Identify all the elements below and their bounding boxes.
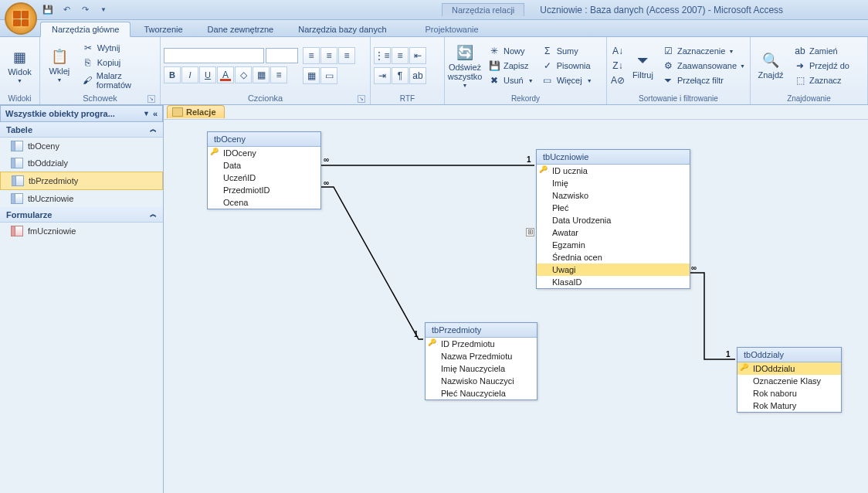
alt-row-button[interactable]: ≡ (270, 66, 287, 83)
bold-button[interactable]: B (164, 66, 181, 83)
gridlines-button[interactable]: ▦ (253, 66, 270, 83)
field-id-ucznia[interactable]: ID ucznia (537, 165, 690, 177)
relationships-canvas[interactable]: ∞ 1 ∞ 1 ∞ 1 tbOcenyIDOcenyDataUczeńIDPrz… (164, 119, 868, 493)
gridlines2-button[interactable]: ▦ (303, 67, 320, 84)
save-record-button[interactable]: 💾Zapisz (487, 59, 535, 73)
nav-section-tables[interactable]: Tabele︽ (0, 122, 163, 138)
tab-external-data[interactable]: Dane zewnętrzne (196, 22, 286, 36)
field-id-przedmiotu[interactable]: ID Przedmiotu (426, 338, 537, 350)
copy-button[interactable]: ⎘Kopiuj (80, 56, 157, 70)
spelling-button[interactable]: ✓Pisownia (540, 59, 594, 73)
table-tbprzedmioty[interactable]: tbPrzedmiotyID PrzedmiotuNazwa Przedmiot… (425, 322, 537, 400)
brush-icon: 🖌 (82, 74, 93, 87)
undo-icon[interactable]: ↶ (60, 4, 73, 16)
sort-asc-button[interactable]: A↓ (610, 44, 626, 58)
goto-icon: ➜ (794, 60, 806, 72)
underline-button[interactable]: U (199, 66, 216, 83)
nav-item-tbuczniowie[interactable]: tbUczniowie (0, 190, 163, 207)
align-center-button[interactable]: ≡ (320, 47, 337, 64)
field-rok-matury[interactable]: Rok Matury (737, 400, 841, 412)
goto-button[interactable]: ➜Przejdź do (792, 59, 851, 73)
field-data[interactable]: Data (208, 159, 320, 172)
field-uczeńid[interactable]: UczeńID (208, 172, 320, 184)
field-imię[interactable]: Imię (537, 177, 690, 189)
more-button[interactable]: ▭Więcej▼ (540, 73, 594, 87)
sort-desc-button[interactable]: Z↓ (610, 59, 626, 73)
ltr-button[interactable]: ¶ (392, 67, 409, 84)
save-icon[interactable]: 💾 (42, 4, 54, 16)
field-awatar[interactable]: Awatar (537, 226, 690, 239)
tab-create[interactable]: Tworzenie (132, 22, 194, 36)
collapse-pane-icon[interactable]: « (153, 109, 158, 118)
nav-pane-header[interactable]: Wszystkie obiekty progra... ▼« (0, 105, 163, 122)
find-button[interactable]: 🔍Znajdź (754, 50, 788, 81)
ribbon: ▦Widok▼ Widoki 📋Wklej▼ ✂Wytnij ⎘Kopiuj 🖌… (0, 37, 868, 105)
field-data-urodzenia[interactable]: Data Urodzenia (537, 214, 690, 226)
redo-icon[interactable]: ↷ (79, 4, 91, 16)
document-tab-relacje[interactable]: Relacje (167, 105, 225, 118)
format-painter-button[interactable]: 🖌Malarz formatów (80, 70, 157, 90)
field-klasaid[interactable]: KlasaID (537, 276, 690, 288)
chevron-down-icon[interactable]: ▼ (143, 110, 150, 117)
select-button[interactable]: ⬚Zaznacz (792, 73, 851, 87)
font-launcher-icon[interactable]: ↘ (358, 95, 365, 103)
replace-button[interactable]: abZamień (792, 44, 851, 58)
filter-button[interactable]: ⏷Filtruj (630, 50, 656, 81)
tab-design[interactable]: Projektowanie (414, 22, 490, 36)
fill2-button[interactable]: ▭ (320, 67, 337, 84)
nav-item-fmuczniowie[interactable]: fmUczniowie (0, 223, 163, 240)
tab-home[interactable]: Narzędzia główne (40, 22, 131, 37)
sort-asc-icon: A↓ (612, 45, 624, 57)
nav-item-tboddzialy[interactable]: tbOddzialy (0, 155, 163, 172)
font-family-combo[interactable] (164, 48, 264, 63)
field-oznaczenie-klasy[interactable]: Oznaczenie Klasy (737, 375, 841, 387)
clipboard-launcher-icon[interactable]: ↘ (147, 95, 155, 103)
toggle-filter-button[interactable]: ⏷Przełącz filtr (660, 73, 747, 87)
align-right-button[interactable]: ≡ (338, 47, 355, 64)
field-przedmiotid[interactable]: PrzedmiotID (208, 184, 320, 196)
nav-item-tboceny[interactable]: tbOceny (0, 138, 163, 155)
paste-button[interactable]: 📋Wklej▼ (43, 46, 76, 84)
font-color-button[interactable]: A (217, 66, 234, 83)
office-button[interactable] (5, 2, 37, 35)
table-tboceny[interactable]: tbOcenyIDOcenyDataUczeńIDPrzedmiotIDOcen… (207, 131, 321, 209)
fill-color-button[interactable]: ◇ (235, 66, 252, 83)
field-rok-naboru[interactable]: Rok naboru (737, 387, 841, 400)
view-button[interactable]: ▦Widok▼ (3, 47, 36, 85)
field-nazwa-przedmiotu[interactable]: Nazwa Przedmiotu (426, 350, 537, 362)
field-średnia-ocen[interactable]: Średnia ocen (537, 251, 690, 264)
tab-database-tools[interactable]: Narzędzia bazy danych (287, 22, 398, 36)
advanced-filter-button[interactable]: ⚙Zaawansowane▼ (660, 59, 747, 73)
field-imię-nauczyciela[interactable]: Imię Nauczyciela (426, 362, 537, 375)
selection-filter-button[interactable]: ☑Zaznaczenie▼ (660, 44, 747, 58)
cut-button[interactable]: ✂Wytnij (80, 41, 157, 55)
field-idoddzialu[interactable]: IDOddzialu (737, 362, 841, 375)
field-płeć[interactable]: Płeć (537, 202, 690, 214)
table-tbuczniowie[interactable]: tbUczniowieID uczniaImięNazwiskoPłećData… (536, 149, 690, 289)
indent-inc-button[interactable]: ⇥ (374, 67, 391, 84)
table-tboddzialy[interactable]: tbOddzialyIDOddzialuOznaczenie KlasyRok … (737, 347, 842, 413)
indent-dec-button[interactable]: ⇤ (409, 47, 426, 64)
field-ocena[interactable]: Ocena (208, 196, 320, 209)
totals-button[interactable]: ΣSumy (540, 44, 594, 58)
field-nazwisko-nauczyci[interactable]: Nazwisko Nauczyci (426, 375, 537, 387)
bullets-button[interactable]: ⋮≡ (374, 47, 391, 64)
field-płeć-nauczyciela[interactable]: Płeć Nauczyciela (426, 387, 537, 400)
replace-icon: ab (794, 45, 806, 57)
field-idoceny[interactable]: IDOceny (208, 147, 320, 159)
field-nazwisko[interactable]: Nazwisko (537, 189, 690, 202)
font-size-combo[interactable] (266, 48, 298, 63)
italic-button[interactable]: I (181, 66, 198, 83)
field-egzamin[interactable]: Egzamin (537, 239, 690, 251)
qat-dropdown-icon[interactable]: ▼ (97, 4, 110, 16)
new-record-button[interactable]: ✳Nowy (487, 44, 535, 58)
delete-record-button[interactable]: ✖Usuń▼ (487, 73, 535, 87)
clear-sort-button[interactable]: A⊘ (610, 73, 626, 87)
refresh-all-button[interactable]: 🔄Odśwież wszystko▼ (448, 42, 482, 90)
align-left-button[interactable]: ≡ (303, 47, 320, 64)
nav-section-forms[interactable]: Formularze︽ (0, 207, 163, 223)
numbering-button[interactable]: ≡ (392, 47, 409, 64)
nav-item-tbprzedmioty[interactable]: tbPrzedmioty (0, 172, 163, 190)
rtl-highlight-button[interactable]: ab (409, 67, 426, 84)
field-uwagi[interactable]: Uwagi (537, 264, 690, 276)
